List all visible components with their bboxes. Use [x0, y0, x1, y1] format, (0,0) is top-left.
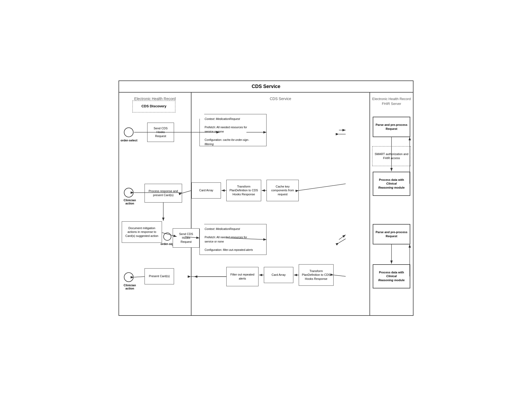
clinician-action-label2: Clinician action — [119, 284, 141, 290]
order-select-label: order-select — [120, 139, 138, 142]
col-fhir: Electronic Health Record FHIR Server Par… — [370, 93, 413, 315]
diagram-container: CDS Service Electronic Health Record CDS… — [119, 80, 413, 316]
smart-auth-box: SMART authorization and FHIR access — [372, 146, 411, 166]
process-clinical2-box: Process data with ClinicalReasoning modu… — [373, 264, 410, 288]
diagram-title: CDS Service — [119, 81, 413, 93]
context-box1: Context: MedicationRequest Prefetch: All… — [200, 114, 267, 146]
context-box2: Context: MedicationRequest Prefetch: All… — [200, 224, 267, 255]
transform-plan1-box: Transform PlanDefinition to CDS Hooks Re… — [226, 180, 261, 201]
cache-key-box: Cache key components from request — [267, 180, 299, 201]
document-mitigation-box: Document mitigation actions in response … — [122, 221, 162, 243]
order-select-circle — [124, 127, 134, 137]
col-fhir-header: Electronic Health Record FHIR Server — [372, 97, 411, 106]
clinician-action-circle2 — [124, 272, 134, 282]
parse-preprocess2-box: Parse and pre-process Request — [373, 224, 410, 244]
filter-alerts-box: Filter out repeated alerts — [226, 267, 258, 286]
card-array1-box: Card Array — [191, 182, 221, 199]
card-array2-box: Card Array — [264, 267, 293, 283]
col-ehr-header: Electronic Health Record — [122, 97, 188, 101]
col-cds: CDS Service Context: MedicationRequest P… — [191, 93, 370, 315]
parse-preprocess1-box: Parse and pre-process Request — [373, 117, 410, 137]
process-response-box: Process response and present Card(s) — [145, 184, 182, 203]
col-cds-header: CDS Service — [194, 97, 367, 101]
clinician-action-label1: Clinician action — [119, 199, 141, 205]
transform-plan2-box: Transform PlanDefinition to CDS Hooks Re… — [299, 264, 334, 286]
present-cards-box: Present Card(s) — [145, 268, 174, 284]
clinician-action-circle1 — [124, 188, 134, 197]
send-cds-hooks-req1: Send CDS Hooks Request — [147, 123, 174, 142]
cds-discovery-box: CDS Discovery — [132, 101, 175, 112]
order-sign-circle — [163, 233, 171, 241]
col-ehr: Electronic Health Record CDS Discovery o… — [119, 93, 191, 315]
process-clinical1-box: Process data with ClinicalReasoning modu… — [373, 172, 410, 196]
